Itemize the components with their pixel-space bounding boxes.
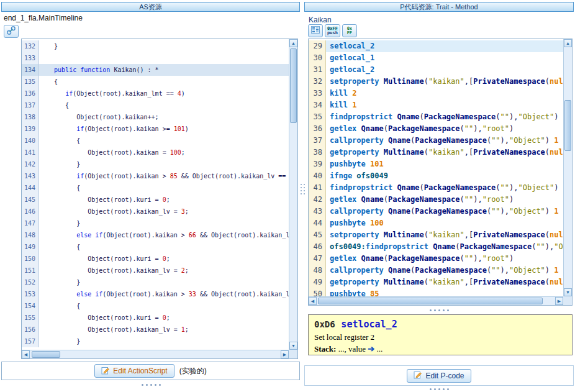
- hex-push-toggle-button[interactable]: 0xFF push: [325, 24, 340, 37]
- code-line[interactable]: 31getlocal_2: [309, 64, 563, 76]
- scroll-up-icon[interactable]: ▲: [289, 39, 297, 47]
- code-line[interactable]: 155 Object(root).kuri = 0;: [22, 312, 289, 324]
- code-line[interactable]: 148 else if(Object(root).kaikan > 66 && …: [22, 229, 289, 241]
- code-line[interactable]: 44pushbyte 100: [309, 217, 563, 229]
- code-line[interactable]: 48callproperty Qname(PackageNamespace(""…: [309, 265, 563, 276]
- code-line[interactable]: 30getlocal_1: [309, 52, 563, 64]
- edit-actionscript-label: Edit ActionScript: [113, 367, 167, 375]
- trait-name-label: Kaikan: [309, 16, 332, 24]
- code-line[interactable]: 142 }: [22, 158, 289, 170]
- code-line[interactable]: 141 Object(root).kaikan = 100;: [22, 147, 289, 158]
- scroll-right-icon[interactable]: ▶: [281, 350, 289, 358]
- scroll-down-icon[interactable]: ▼: [289, 342, 297, 350]
- code-line[interactable]: 45setproperty Multiname("kaikan",[Privat…: [309, 229, 563, 241]
- pcode-code[interactable]: 29setlocal_230getlocal_131getlocal_232se…: [309, 39, 563, 296]
- line-number: 132: [22, 40, 39, 52]
- code-line[interactable]: 138 Object(root).kaikan++;: [22, 111, 289, 123]
- scroll-left-icon[interactable]: ◀: [309, 297, 317, 305]
- code-line[interactable]: 157 }: [22, 335, 289, 347]
- pcode-hscroll-thumb[interactable]: [318, 298, 543, 304]
- code-line[interactable]: 132 }: [22, 40, 289, 52]
- link-button[interactable]: [4, 25, 19, 38]
- line-number: 35: [309, 111, 326, 123]
- pcode-bottom-grip[interactable]: [430, 388, 449, 390]
- link-icon: [7, 26, 16, 37]
- code-line[interactable]: 33kill 2: [309, 88, 563, 99]
- pcode-vertical-scrollbar[interactable]: ▲ ▼: [563, 39, 572, 296]
- code-line[interactable]: 145 Object(root).kuri = 0;: [22, 194, 289, 206]
- line-number: 156: [22, 324, 39, 335]
- code-line[interactable]: 38getproperty Multiname("kaikan",[Privat…: [309, 147, 563, 158]
- as-vscroll-thumb[interactable]: [290, 48, 297, 123]
- code-line[interactable]: 147 }: [22, 217, 289, 229]
- as-bottom-grip[interactable]: [142, 384, 161, 386]
- code-line[interactable]: 29setlocal_2: [309, 40, 563, 52]
- line-number: 155: [22, 312, 39, 324]
- code-line[interactable]: 35findpropstrict Qname(PackageNamespace(…: [309, 111, 563, 123]
- stack-after: ...: [374, 344, 383, 353]
- code-line[interactable]: 43callproperty Qname(PackageNamespace(""…: [309, 206, 563, 217]
- pcode-editor[interactable]: 29setlocal_230getlocal_131getlocal_232se…: [308, 39, 573, 306]
- code-line[interactable]: 143 if(Object(root).kaikan > 85 && Objec…: [22, 170, 289, 182]
- code-line[interactable]: 154 {: [22, 300, 289, 312]
- code-line[interactable]: 36getlex Qname(PackageNamespace(""),"roo…: [309, 123, 563, 135]
- code-line[interactable]: 34kill 1: [309, 99, 563, 111]
- code-line[interactable]: 135 {: [22, 76, 289, 88]
- edit-actionscript-button[interactable]: Edit ActionScript: [94, 364, 174, 378]
- pcode-vscroll-thumb[interactable]: [564, 100, 571, 151]
- actionscript-code[interactable]: 132 }133134 public function Kaikan() : *…: [22, 39, 289, 350]
- actionscript-editor[interactable]: 132 }133134 public function Kaikan() : *…: [21, 39, 298, 359]
- opcode-hex: 0xD6: [314, 319, 335, 329]
- opcode-title: 0xD6 setlocal_2: [314, 318, 566, 330]
- as-vertical-scrollbar[interactable]: ▲ ▼: [289, 39, 297, 350]
- line-number: 39: [309, 158, 326, 170]
- code-line[interactable]: 41findpropstrict Qname(PackageNamespace(…: [309, 182, 563, 194]
- stack-before: ..., value: [336, 344, 368, 353]
- code-line[interactable]: 133: [22, 52, 289, 64]
- line-number: 29: [309, 40, 326, 52]
- code-line[interactable]: 152 }: [22, 276, 289, 288]
- code-line[interactable]: 40ifnge ofs0049: [309, 170, 563, 182]
- code-line[interactable]: 140 {: [22, 135, 289, 147]
- line-number: 136: [22, 88, 39, 99]
- scroll-right-icon[interactable]: ▶: [555, 297, 563, 305]
- code-line[interactable]: 134 public function Kaikan() : *: [22, 64, 289, 76]
- pcode-splitter-grip[interactable]: [430, 309, 449, 311]
- code-line[interactable]: 37callproperty Qname(PackageNamespace(""…: [309, 135, 563, 147]
- line-number: 48: [309, 265, 326, 276]
- code-line[interactable]: 146 Object(root).kaikan_lv = 3;: [22, 206, 289, 217]
- line-number: 146: [22, 206, 39, 217]
- line-number: 154: [22, 300, 39, 312]
- code-line[interactable]: 42getlex Qname(PackageNamespace(""),"roo…: [309, 194, 563, 206]
- scroll-up-icon[interactable]: ▲: [564, 39, 572, 47]
- line-number: 41: [309, 182, 326, 194]
- code-line[interactable]: 144 {: [22, 182, 289, 194]
- pcode-horizontal-scrollbar[interactable]: ◀ ▶: [309, 296, 563, 305]
- code-line[interactable]: 137 {: [22, 99, 289, 111]
- hex-push-label-bottom: push: [327, 31, 338, 35]
- code-line[interactable]: 50pushbyte 85: [309, 288, 563, 296]
- scroll-down-icon[interactable]: ▼: [564, 288, 572, 296]
- code-line[interactable]: 149 {: [22, 241, 289, 253]
- edit-pcode-button[interactable]: Edit P-code: [407, 369, 471, 383]
- code-line[interactable]: 49getproperty Multiname("kaikan",[Privat…: [309, 276, 563, 288]
- hex-values-toggle-button[interactable]: 0x FF: [342, 24, 357, 37]
- code-line[interactable]: 153 else if(Object(root).kaikan > 33 && …: [22, 288, 289, 300]
- as-horizontal-scrollbar[interactable]: ◀ ▶: [22, 350, 289, 358]
- line-number: 42: [309, 194, 326, 206]
- code-line[interactable]: 46ofs0049:findpropstrict Qname(PackageNa…: [309, 241, 563, 253]
- code-line[interactable]: 156 Object(root).kaikan_lv = 1;: [22, 324, 289, 335]
- code-line[interactable]: 32setproperty Multiname("kaikan",[Privat…: [309, 76, 563, 88]
- scroll-left-icon[interactable]: ◀: [22, 350, 30, 358]
- as-hscroll-thumb[interactable]: [32, 351, 60, 358]
- code-line[interactable]: 136 if(Object(root).kaikan_lmt == 4): [22, 88, 289, 99]
- hex-grid-button[interactable]: [308, 24, 323, 37]
- code-line[interactable]: 139 if(Object(root).kaikan >= 101): [22, 123, 289, 135]
- line-number: 43: [309, 206, 326, 217]
- code-line[interactable]: 39pushbyte 101: [309, 158, 563, 170]
- code-line[interactable]: 47getlex Qname(PackageNamespace(""),"roo…: [309, 253, 563, 265]
- panel-splitter-grip[interactable]: [301, 184, 305, 194]
- line-number: 145: [22, 194, 39, 206]
- code-line[interactable]: 150 Object(root).kuri = 0;: [22, 253, 289, 265]
- code-line[interactable]: 151 Object(root).kaikan_lv = 2;: [22, 265, 289, 276]
